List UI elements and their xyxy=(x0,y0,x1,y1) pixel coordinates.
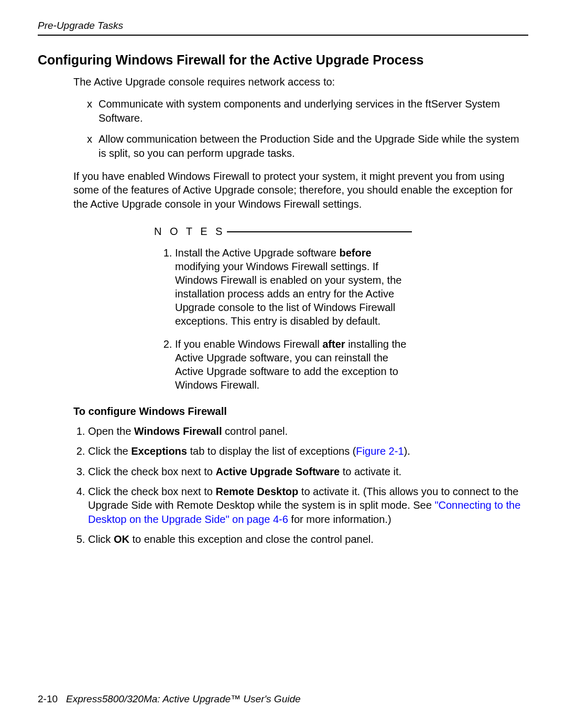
note-item: Install the Active Upgrade software befo… xyxy=(175,246,412,328)
step-text: for more information.) xyxy=(288,513,391,525)
notes-list: Install the Active Upgrade software befo… xyxy=(156,246,412,392)
intro-text: The Active Upgrade console requires netw… xyxy=(73,75,528,89)
page-footer: 2-10Express5800/320Ma: Active Upgrade™ U… xyxy=(38,693,301,705)
step-item: Open the Windows Firewall control panel. xyxy=(88,424,528,438)
running-head: Pre-Upgrade Tasks xyxy=(38,20,528,36)
note-bold: after xyxy=(322,338,345,350)
notes-rule-icon xyxy=(227,231,412,232)
bullet-text: Allow communication between the Producti… xyxy=(99,133,519,158)
page: Pre-Upgrade Tasks Configuring Windows Fi… xyxy=(0,0,566,728)
bullet-list: x Communicate with system components and… xyxy=(87,97,528,160)
step-bold: Remote Desktop xyxy=(215,486,298,497)
note-text: If you enable Windows Firewall xyxy=(175,338,322,350)
bullet-icon: x xyxy=(87,132,92,146)
note-text: Install the Active Upgrade software xyxy=(175,247,340,259)
notes-block: N O T E S Install the Active Upgrade sof… xyxy=(154,224,412,391)
notes-header: N O T E S xyxy=(154,224,412,238)
note-bold: before xyxy=(340,247,372,259)
step-item: Click the check box next to Active Upgra… xyxy=(88,465,528,478)
doc-title: Express5800/320Ma: Active Upgrade™ User'… xyxy=(66,693,301,704)
step-item: Click the check box next to Remote Deskt… xyxy=(88,485,528,526)
step-text: Click xyxy=(88,533,114,545)
body-content: The Active Upgrade console requires netw… xyxy=(73,75,528,547)
step-text: Click the check box next to xyxy=(88,486,215,497)
figure-link[interactable]: Figure 2-1 xyxy=(356,445,404,457)
step-item: Click OK to enable this exception and cl… xyxy=(88,532,528,546)
bullet-item: x Allow communication between the Produc… xyxy=(87,132,528,160)
step-bold: Windows Firewall xyxy=(134,425,222,437)
note-text: modifying your Windows Firewall settings… xyxy=(175,261,401,327)
steps-list: Open the Windows Firewall control panel.… xyxy=(73,424,528,547)
step-text: Open the xyxy=(88,425,134,437)
step-text: to enable this exception and close the c… xyxy=(129,533,374,545)
step-text: ). xyxy=(404,445,410,457)
step-item: Click the Exceptions tab to display the … xyxy=(88,444,528,458)
firewall-paragraph: If you have enabled Windows Firewall to … xyxy=(73,169,528,211)
step-bold: Exceptions xyxy=(131,445,187,457)
step-text: Click the check box next to xyxy=(88,466,215,477)
step-bold: OK xyxy=(114,533,129,545)
page-number: 2-10 xyxy=(38,693,58,704)
step-bold: Active Upgrade Software xyxy=(215,466,340,477)
bullet-text: Communicate with system components and u… xyxy=(99,98,500,123)
note-item: If you enable Windows Firewall after ins… xyxy=(175,337,412,392)
bullet-icon: x xyxy=(87,97,92,111)
step-text: control panel. xyxy=(222,425,288,437)
procedure-heading: To configure Windows Firewall xyxy=(73,404,528,418)
bullet-item: x Communicate with system components and… xyxy=(87,97,528,125)
notes-label: N O T E S xyxy=(154,224,227,238)
step-text: to activate it. xyxy=(340,466,401,477)
step-text: tab to display the list of exceptions ( xyxy=(187,445,356,457)
section-heading: Configuring Windows Firewall for the Act… xyxy=(38,52,528,68)
step-text: Click the xyxy=(88,445,131,457)
